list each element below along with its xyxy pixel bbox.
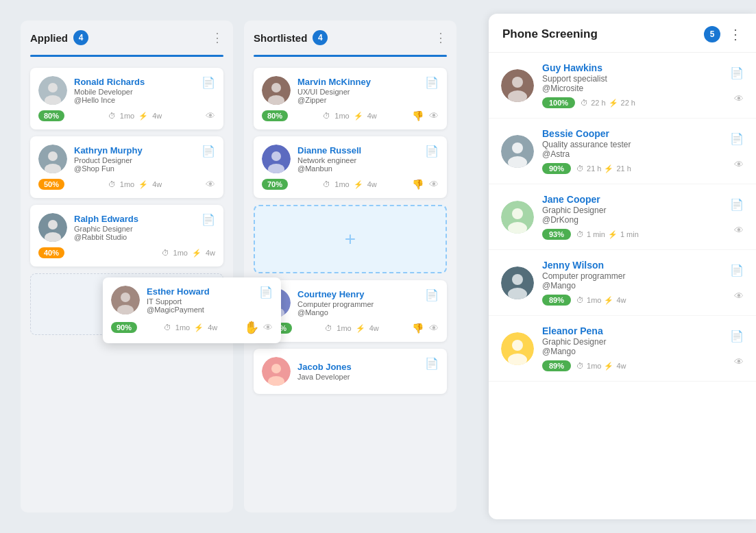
eye-icon-marvin[interactable]: 👁 [429,110,439,121]
company-dianne: @Manbun [297,164,361,173]
clock-icon-marvin: ⏱ [323,112,330,120]
name-esther[interactable]: Esther Howard [147,286,210,297]
role-esther: IT Support [147,297,210,306]
doc-icon-dianne[interactable]: 📄 [425,145,439,158]
eye-icon-panel-jane[interactable]: 👁 [734,225,744,236]
role-kathryn: Product Designer [74,156,143,164]
svg-point-34 [512,274,523,285]
card-info-marvin: Marvin McKinney UX/UI Designer @Zipper [262,76,371,105]
svg-point-13 [271,151,281,161]
role-panel-guy: Support specialist [542,74,722,84]
card-info-kathryn: Kathryn Murphy Product Designer @Shop Fu… [38,145,143,173]
name-jacob[interactable]: Jacob Jones [297,362,352,372]
eye-icon-panel-bessie[interactable]: 👁 [734,159,744,170]
eye-icon-dianne[interactable]: 👁 [429,179,439,190]
clock-icon-ralph: ⏱ [162,249,169,257]
doc-icon-panel-guy[interactable]: 📄 [730,66,744,79]
bolt-icon-courtney: ⚡ [356,324,365,333]
name-marvin[interactable]: Marvin McKinney [297,77,371,87]
company-panel-bessie: @Astra [542,149,722,159]
card-footer-ralph: 40% ⏱ 1mo ⚡ 4w [38,247,215,258]
actions-panel-eleanor: 📄 👁 [730,330,744,367]
doc-icon-marvin[interactable]: 📄 [425,76,439,89]
svg-point-1 [48,83,58,92]
doc-icon-ralph[interactable]: 📄 [202,213,215,226]
doc-icon-esther[interactable]: 📄 [259,286,273,299]
score-row-guy: 100% ⏱ 22 h ⚡ 22 h [542,97,722,108]
name-kathryn[interactable]: Kathryn Murphy [74,145,143,156]
card-text-kathryn: Kathryn Murphy Product Designer @Shop Fu… [74,145,143,173]
name-dianne[interactable]: Dianne Russell [297,145,361,156]
panel-menu-icon[interactable]: ⋮ [729,26,742,42]
name-panel-eleanor[interactable]: Eleanor Pena [542,325,722,336]
meta-dianne: ⏱ 1mo ⚡ 4w [323,180,376,189]
svg-point-22 [121,293,130,302]
panel-item-jenny-wilson: Jenny Wilson Computer programmer @Mango … [489,250,756,316]
thumb-icon-marvin[interactable]: 👎 [412,110,424,121]
name-courtney[interactable]: Courtney Henry [297,289,374,299]
column-applied-menu[interactable]: ⋮ [211,30,223,45]
card-info-jacob: Jacob Jones Java Developer [262,357,352,386]
floating-card-header: Esther Howard IT Support @MagicPayment 📄 [111,286,273,314]
clock-panel-jenny: ⏱ [576,296,584,304]
avatar-ronald [38,76,67,105]
doc-icon-panel-eleanor[interactable]: 📄 [730,330,744,343]
actions-courtney: 👎 👁 [412,323,439,334]
card-kathryn-murphy: Kathryn Murphy Product Designer @Shop Fu… [30,136,223,198]
avatar-dianne [262,145,291,173]
eye-icon-panel-guy[interactable]: 👁 [734,93,744,104]
company-panel-guy: @Microsite [542,84,722,93]
eye-icon-esther[interactable]: 👁 [263,322,273,333]
bolt-time-courtney: 4w [369,324,379,332]
actions-panel-guy: 📄 👁 [730,66,744,104]
eye-icon-panel-jenny[interactable]: 👁 [734,290,744,301]
add-card-area[interactable]: + [254,205,447,273]
clock-icon-kathryn: ⏱ [108,180,116,188]
name-panel-jenny[interactable]: Jenny Wilson [542,260,722,271]
panel-list: Guy Hawkins Support specialist @Microsit… [489,53,756,519]
card-header-ralph: Ralph Edwards Graphic Designer @Rabbit S… [38,213,215,242]
avatar-panel-guy [501,69,534,102]
avatar-marvin [262,76,291,105]
time-kathryn: 1mo [120,180,134,188]
score-panel-bessie: 90% [542,163,571,174]
eye-icon-panel-eleanor[interactable]: 👁 [734,356,744,367]
name-panel-guy[interactable]: Guy Hawkins [542,62,722,73]
score-row-bessie: 90% ⏱ 21 h ⚡ 21 h [542,163,722,174]
thumb-icon-courtney[interactable]: 👎 [412,323,424,334]
floating-card-info: Esther Howard IT Support @MagicPayment [111,286,210,314]
doc-icon-courtney[interactable]: 📄 [425,288,439,301]
name-ralph[interactable]: Ralph Edwards [74,214,138,224]
doc-icon-panel-bessie[interactable]: 📄 [730,132,744,145]
panel-item-jane-cooper: Jane Cooper Graphic Designer @DrKong 93%… [489,184,756,250]
score-marvin: 80% [262,110,288,121]
grab-icon: ✋ [244,320,259,335]
thumb-icon-dianne[interactable]: 👎 [412,179,424,190]
doc-icon-ronald[interactable]: 📄 [202,76,215,89]
column-applied: Applied 4 ⋮ [21,21,233,512]
bolt-icon-esther: ⚡ [194,323,204,332]
doc-icon-panel-jane[interactable]: 📄 [730,198,744,211]
score-kathryn: 50% [38,179,64,190]
card-text-info: Ronald Richards Mobile Developer @Hello … [74,77,145,104]
eye-icon-ronald[interactable]: 👁 [206,110,215,121]
doc-icon-jacob[interactable]: 📄 [425,357,439,370]
company-ralph: @Rabbit Studio [74,233,138,241]
column-shortlisted-menu[interactable]: ⋮ [435,30,447,45]
eye-icon-courtney[interactable]: 👁 [429,323,439,334]
eye-icon-kathryn[interactable]: 👁 [206,179,215,190]
doc-icon-panel-jenny[interactable]: 📄 [730,264,744,277]
name-panel-bessie[interactable]: Bessie Cooper [542,128,722,139]
panel-info-eleanor: Eleanor Pena Graphic Designer @Mango 89%… [542,325,722,371]
card-footer-courtney: 100% ⏱ 1mo ⚡ 4w 👎 👁 [262,323,439,334]
bolt-panel-jane: ⚡ [608,230,618,239]
clock-icon-ronald: ⏱ [108,112,116,120]
doc-icon-kathryn[interactable]: 📄 [202,145,215,158]
name-ronald[interactable]: Ronald Richards [74,77,145,87]
clock-panel-jane: ⏱ [576,230,584,238]
role-marvin: UX/UI Designer [297,88,371,96]
meta-ralph: ⏱ 1mo ⚡ 4w [162,249,215,258]
score-panel-guy: 100% [542,97,575,108]
bolt-icon-ralph: ⚡ [192,249,202,258]
name-panel-jane[interactable]: Jane Cooper [542,194,722,205]
